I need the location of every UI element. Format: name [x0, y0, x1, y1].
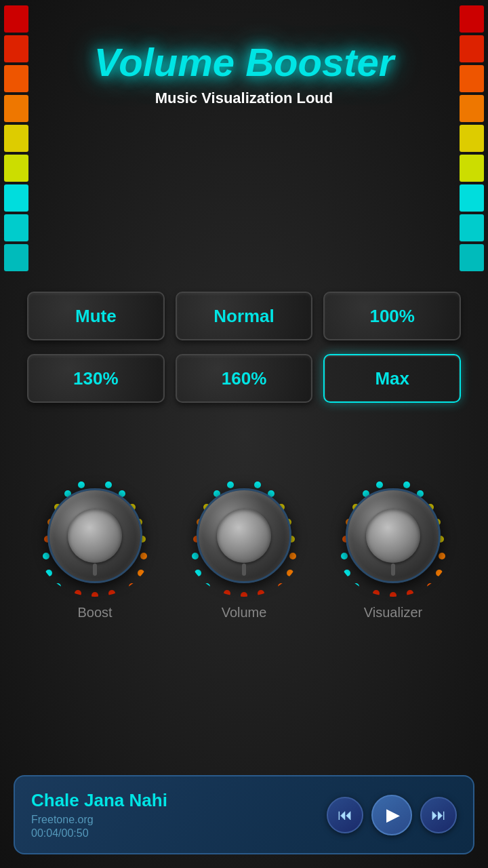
visualizer-knob-indicator	[391, 564, 395, 576]
svg-point-42	[390, 592, 396, 597]
vu-bar	[460, 95, 484, 122]
vu-bar	[4, 65, 28, 92]
play-button[interactable]: ▶	[371, 795, 412, 835]
visualizer-knob-center	[366, 509, 420, 563]
vu-bar	[4, 214, 28, 241]
vu-bar	[4, 125, 28, 152]
svg-point-25	[278, 583, 285, 590]
svg-point-21	[203, 583, 210, 590]
svg-point-26	[287, 570, 293, 576]
volume-knob-body	[197, 488, 291, 583]
svg-point-38	[341, 553, 348, 559]
volume-knob-wrap[interactable]	[183, 475, 305, 597]
svg-point-5	[108, 590, 115, 597]
svg-point-6	[129, 583, 136, 590]
svg-point-40	[352, 583, 359, 590]
svg-point-51	[403, 481, 410, 488]
svg-point-20	[195, 570, 201, 576]
svg-point-43	[407, 590, 413, 597]
svg-point-4	[92, 592, 98, 597]
vu-bar	[4, 35, 28, 62]
forward-icon: ⏭	[431, 806, 446, 824]
svg-point-19	[192, 553, 199, 559]
boost-knob-indicator	[93, 564, 97, 576]
svg-point-33	[227, 481, 234, 488]
volume-knob-center	[217, 509, 271, 563]
song-time: 00:04/00:50	[31, 827, 327, 840]
player-controls: ⏮ ▶ ⏭	[327, 795, 457, 835]
vu-meter-right	[455, 0, 488, 285]
boost-label: Boost	[77, 605, 112, 620]
vu-bar	[4, 95, 28, 122]
vu-bar	[460, 125, 484, 152]
svg-point-14	[78, 481, 85, 488]
boost-knob-center	[68, 509, 122, 563]
vu-meter-left	[0, 0, 33, 285]
svg-point-52	[376, 481, 383, 488]
svg-point-39	[344, 570, 350, 576]
svg-point-0	[43, 553, 49, 559]
vu-bar	[460, 155, 484, 182]
vu-bar	[460, 65, 484, 92]
100-button[interactable]: 100%	[323, 292, 461, 340]
app-subtitle: Music Visualization Loud	[41, 90, 447, 107]
max-button[interactable]: Max	[323, 354, 461, 403]
vu-bar	[4, 155, 28, 182]
svg-point-3	[75, 590, 81, 597]
svg-point-23	[241, 592, 247, 597]
visualizer-knob-container: Visualizer	[332, 475, 454, 620]
160-button[interactable]: 160%	[176, 354, 313, 403]
vu-bar	[460, 214, 484, 241]
volume-knob-container: Volume	[183, 475, 305, 620]
svg-point-7	[138, 570, 144, 576]
vu-bar	[460, 5, 484, 33]
boost-knob-container: Boost	[34, 475, 156, 620]
vu-bar	[4, 5, 28, 33]
vu-bar	[4, 184, 28, 212]
svg-point-41	[373, 590, 380, 597]
visualizer-label: Visualizer	[364, 605, 422, 620]
130-button[interactable]: 130%	[27, 354, 165, 403]
player-info: Chale Jana Nahi Freetone.org 00:04/00:50	[31, 790, 327, 840]
play-icon: ▶	[386, 804, 400, 825]
rewind-icon: ⏮	[338, 806, 352, 824]
btn-row-1: Mute Normal 100%	[27, 292, 461, 340]
volume-buttons-area: Mute Normal 100% 130% 160% Max	[27, 292, 461, 416]
svg-point-22	[224, 590, 230, 597]
svg-point-27	[289, 553, 296, 559]
song-title: Chale Jana Nahi	[31, 790, 327, 811]
boost-knob-wrap[interactable]	[34, 475, 156, 597]
svg-point-32	[254, 481, 261, 488]
btn-row-2: 130% 160% Max	[27, 354, 461, 403]
app-title: Volume Booster	[41, 41, 447, 84]
forward-button[interactable]: ⏭	[420, 797, 457, 833]
song-source: Freetone.org	[31, 814, 327, 826]
svg-point-44	[427, 583, 434, 590]
mute-button[interactable]: Mute	[27, 292, 165, 340]
vu-bar	[460, 184, 484, 212]
boost-knob-body	[47, 488, 142, 583]
vu-bar	[460, 35, 484, 62]
normal-button[interactable]: Normal	[176, 292, 313, 340]
visualizer-knob-body	[346, 488, 441, 583]
svg-point-8	[140, 553, 147, 559]
svg-point-2	[54, 583, 61, 590]
svg-point-13	[105, 481, 112, 488]
vu-bar	[4, 244, 28, 271]
visualizer-knob-wrap[interactable]	[332, 475, 454, 597]
volume-knob-indicator	[242, 564, 246, 576]
player-bar: Chale Jana Nahi Freetone.org 00:04/00:50…	[14, 775, 474, 854]
knobs-area: Boost	[20, 475, 468, 620]
svg-point-46	[439, 553, 445, 559]
svg-point-1	[45, 570, 52, 576]
vu-bar	[460, 244, 484, 271]
title-area: Volume Booster Music Visualization Loud	[41, 41, 447, 107]
svg-point-45	[436, 570, 443, 576]
volume-label: Volume	[222, 605, 267, 620]
rewind-button[interactable]: ⏮	[327, 797, 363, 833]
svg-point-24	[258, 590, 264, 597]
